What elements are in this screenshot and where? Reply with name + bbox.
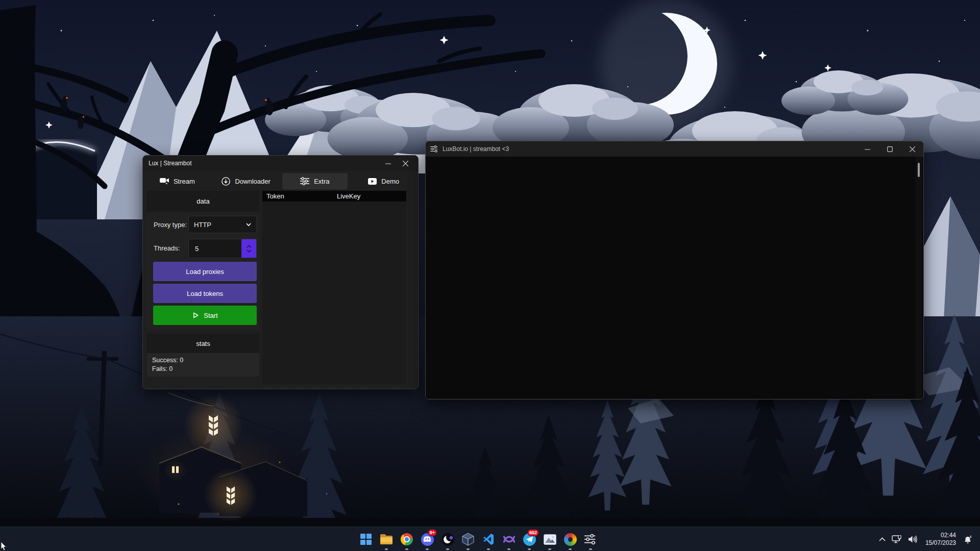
token-listview-header: Token LiveKey xyxy=(262,191,406,202)
lux-tabbar: Stream Downloader Extra Demo xyxy=(143,171,418,191)
tab-demo[interactable]: Demo xyxy=(351,173,416,189)
tray-chevron-up-icon[interactable] xyxy=(876,529,889,549)
taskbar-color-wheel-app-icon[interactable] xyxy=(560,527,580,551)
taskbar: 9+ xyxy=(0,527,980,551)
luxbot-titlebar[interactable]: LuxBot.io | streambot <3 xyxy=(426,141,923,157)
taskbar-file-explorer-icon[interactable] xyxy=(376,527,397,551)
minimize-icon[interactable] xyxy=(379,156,397,171)
mouse-cursor xyxy=(1,541,8,551)
load-tokens-label: Load tokens xyxy=(187,290,223,297)
threads-label: Threads: xyxy=(154,244,180,252)
data-group-title: data xyxy=(147,191,259,212)
spinner-up-icon[interactable] xyxy=(247,245,252,248)
tab-label: Demo xyxy=(381,178,399,185)
play-box-icon xyxy=(368,178,377,185)
scrollbar-thumb[interactable] xyxy=(918,163,920,177)
threads-spinner[interactable] xyxy=(241,239,256,258)
svg-text:z: z xyxy=(970,535,972,538)
column-header-token[interactable]: Token xyxy=(266,192,284,200)
sliders-icon xyxy=(300,177,309,185)
tab-stream[interactable]: Stream xyxy=(144,173,210,189)
tray-clock[interactable]: 02:44 15/07/2023 xyxy=(921,532,960,547)
stats-group-title: stats xyxy=(147,334,259,353)
load-proxies-label: Load proxies xyxy=(186,268,224,276)
stats-success: Success: 0 xyxy=(152,356,259,365)
taskbar-cube-app-icon[interactable] xyxy=(458,527,478,551)
token-listview: Token LiveKey xyxy=(262,191,406,384)
tray-network-icon[interactable] xyxy=(889,529,905,549)
chevron-down-icon xyxy=(246,223,251,227)
start-label: Start xyxy=(204,312,217,319)
taskbar-start-icon[interactable] xyxy=(356,527,376,551)
start-button[interactable]: Start xyxy=(153,306,257,325)
data-group: Proxy type: HTTP Threads: Load proxies L… xyxy=(147,212,259,330)
maximize-icon[interactable] xyxy=(878,141,901,157)
luxbot-window-title: LuxBot.io | streambot <3 xyxy=(443,145,509,153)
tab-downloader[interactable]: Downloader xyxy=(213,173,279,189)
tab-label: Extra xyxy=(314,178,329,185)
taskbar-vscode-icon[interactable] xyxy=(478,527,499,551)
taskbar-moon-app-icon[interactable] xyxy=(437,527,458,551)
lux-window-title: Lux | Streambot xyxy=(149,160,192,167)
taskbar-chrome-icon[interactable] xyxy=(397,527,417,551)
tab-extra[interactable]: Extra xyxy=(282,173,348,189)
threads-input[interactable] xyxy=(189,239,240,258)
scrollbar-track[interactable] xyxy=(916,157,922,399)
minimize-icon[interactable] xyxy=(856,141,878,157)
luxbot-sliders-icon xyxy=(430,145,438,153)
load-proxies-button[interactable]: Load proxies xyxy=(153,262,257,281)
luxbot-console-window: LuxBot.io | streambot <3 xyxy=(425,141,924,399)
discord-badge: 9+ xyxy=(428,529,437,536)
tray-volume-icon[interactable] xyxy=(905,529,921,549)
taskbar-telegram-icon[interactable]: 652 xyxy=(519,527,540,551)
lux-titlebar[interactable]: Lux | Streambot xyxy=(143,156,418,171)
download-circle-icon xyxy=(222,177,230,186)
load-tokens-button[interactable]: Load tokens xyxy=(153,284,257,303)
taskbar-photos-icon[interactable] xyxy=(540,527,560,551)
close-icon[interactable] xyxy=(901,141,923,157)
lantern-light xyxy=(204,468,257,521)
proxy-type-value: HTTP xyxy=(194,221,211,229)
taskbar-discord-icon[interactable]: 9+ xyxy=(417,527,437,551)
lux-streambot-window: Lux | Streambot Stream Downloader Extra … xyxy=(142,155,419,389)
taskbar-luxbot-icon[interactable] xyxy=(580,527,601,551)
tab-label: Downloader xyxy=(235,178,270,185)
close-icon[interactable] xyxy=(397,156,414,171)
spinner-down-icon[interactable] xyxy=(247,249,252,253)
telegram-badge: 652 xyxy=(527,529,539,536)
tray-notification-bell-icon[interactable]: z xyxy=(960,529,976,549)
proxy-type-label: Proxy type: xyxy=(154,221,187,229)
play-icon xyxy=(192,312,199,319)
stats-fails: Fails: 0 xyxy=(152,365,259,373)
stats-group: Success: 0 Fails: 0 xyxy=(147,353,259,377)
luxbot-console-output xyxy=(426,157,923,399)
taskbar-visual-studio-icon[interactable] xyxy=(499,527,519,551)
proxy-type-select[interactable]: HTTP xyxy=(188,216,257,233)
lantern-light xyxy=(184,395,243,454)
tray-time: 02:44 xyxy=(925,532,956,539)
column-header-livekey[interactable]: LiveKey xyxy=(337,192,360,200)
tab-label: Stream xyxy=(174,178,195,185)
threads-field xyxy=(188,239,257,258)
video-camera-icon xyxy=(160,178,169,185)
tray-date: 15/07/2023 xyxy=(925,539,956,547)
